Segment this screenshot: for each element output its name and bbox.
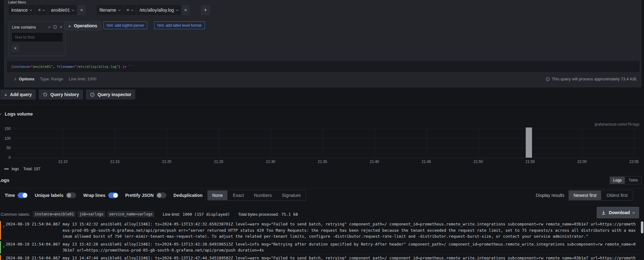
- common-label-badge: job=varlogs: [78, 211, 105, 217]
- info-circle-icon: [90, 92, 95, 97]
- info-icon[interactable]: [53, 25, 57, 29]
- chevron-down-icon: [176, 8, 178, 11]
- log-row[interactable]: 2024-08-19 21:54:04.867may 13 15:42:32 a…: [0, 220, 641, 240]
- logs-volume-bar[interactable]: [526, 127, 532, 158]
- dedup-options: NoneExactNumbersSignature: [207, 190, 306, 201]
- x-axis-tick-label: 21:45: [418, 160, 434, 164]
- line-contains-add-button[interactable]: +: [12, 44, 19, 52]
- filter-value-select[interactable]: ansible01: [48, 5, 77, 15]
- bytes-processed-label: Total bytes processed:: [238, 212, 279, 217]
- gridline: [63, 129, 63, 158]
- add-label-filter-button[interactable]: +: [201, 5, 210, 15]
- log-message: may 13 15:42:28 ansible01 alloy[1346]: t…: [63, 241, 636, 253]
- tab-logs[interactable]: Logs: [610, 177, 625, 184]
- log-timestamp: 2024-08-19 21:54:04.867: [6, 221, 61, 227]
- history-icon: [43, 92, 48, 97]
- toggle-prettify-json[interactable]: [156, 192, 166, 198]
- gridline: [13, 129, 641, 129]
- chevron-down-icon: [131, 8, 133, 11]
- query-inspector-label: Query inspector: [98, 92, 131, 97]
- operations-button[interactable]: + Operations: [64, 21, 102, 31]
- logs-scrollbar-thumb[interactable]: [641, 221, 643, 233]
- legend-series-name[interactable]: logs: [12, 167, 19, 171]
- query-token: "ansible01": [31, 65, 53, 68]
- filter-operator-select[interactable]: =: [124, 5, 136, 15]
- line-contains-title: Line contains: [12, 25, 36, 30]
- query-hints: hint: add logfmt parserhint: add label l…: [104, 21, 205, 29]
- toggle-label: Time: [5, 193, 15, 198]
- toggle-wrap-lines[interactable]: ✓: [108, 192, 118, 198]
- toggle-label: Wrap lines: [83, 193, 105, 198]
- gridline: [634, 129, 634, 158]
- chevron-right-icon: [14, 78, 16, 80]
- filter-label-select[interactable]: filename: [97, 5, 123, 15]
- logs-volume-collapse-icon[interactable]: [0, 112, 2, 115]
- chevron-down-icon: [632, 211, 635, 213]
- dedup-option-signature[interactable]: Signature: [277, 191, 305, 200]
- sort-option-newest-first[interactable]: Newest first: [569, 191, 601, 200]
- query-hint-button[interactable]: hint: add logfmt parser: [104, 21, 147, 29]
- query-inspector-button[interactable]: Query inspector: [86, 89, 135, 100]
- log-rows: 2024-08-19 21:54:04.867may 13 15:42:32 a…: [0, 220, 641, 260]
- filter-label-select[interactable]: instance: [8, 5, 35, 15]
- gridline: [426, 129, 427, 158]
- query-preview-box[interactable]: {instance="ansible01", filename="/etc/al…: [7, 61, 640, 73]
- log-message: may 13 15:42:32 ansible01 alloy[1346]: t…: [63, 221, 636, 240]
- common-labels-label: Common labels:: [1, 212, 30, 217]
- sort-option-oldest-first[interactable]: Oldest first: [602, 191, 632, 200]
- plus-icon: +: [4, 92, 7, 97]
- query-hint-button[interactable]: hint: add label level format: [154, 21, 204, 29]
- chevron-right-icon[interactable]: [1, 221, 6, 229]
- query-type-label: Type: Range: [40, 77, 63, 81]
- tab-table[interactable]: Table: [625, 177, 641, 184]
- gridline: [478, 129, 479, 158]
- toggle-label: Prettify JSON: [125, 193, 154, 198]
- x-axis-tick-label: 21:40: [367, 160, 382, 164]
- filter-value-select[interactable]: /etc/alloy/alloy.log: [137, 5, 181, 15]
- filter-label-select-text: instance: [11, 8, 28, 13]
- chevron-right-icon[interactable]: [1, 255, 6, 260]
- remove-filter-button[interactable]: ×: [182, 5, 190, 15]
- chevron-down-icon: [42, 8, 45, 11]
- line-contains-input[interactable]: [12, 32, 63, 42]
- label-filters-title: Label filters: [8, 0, 26, 4]
- gridline: [13, 158, 641, 158]
- log-row[interactable]: 2024-08-19 21:54:04.867may 13 14:47:44 a…: [0, 254, 641, 260]
- gridline: [13, 138, 641, 139]
- remove-filter-button[interactable]: ×: [77, 5, 86, 15]
- explore-toolbar: + Add query Query history Query inspecto…: [0, 89, 135, 100]
- y-axis-tick-label: 150: [0, 127, 11, 131]
- x-axis-tick-label: 21:10: [55, 160, 71, 164]
- toggle-time[interactable]: ✓: [18, 192, 28, 198]
- toggle-unique-labels[interactable]: [66, 192, 76, 198]
- options-toggle-label: Options: [19, 77, 34, 81]
- filter-operator-select[interactable]: =: [35, 5, 48, 15]
- query-token: filename: [57, 65, 73, 68]
- dedup-option-none[interactable]: None: [208, 191, 227, 200]
- common-labels-badges: instance=ansible01job=varlogsservice_nam…: [33, 211, 154, 217]
- logs-volume-title[interactable]: Logs volume: [5, 111, 33, 116]
- query-options-row[interactable]: Options Type: Range Line limit: 1000: [14, 77, 96, 81]
- logs-controls-left: Time✓Unique labelsWrap lines✓Prettify JS…: [5, 190, 306, 201]
- x-axis-tick-label: 22:05: [626, 160, 641, 164]
- gridline: [219, 129, 219, 158]
- switch-knob: [67, 193, 71, 198]
- download-button[interactable]: Download: [597, 207, 639, 218]
- log-row[interactable]: 2024-08-19 21:54:04.867may 13 15:42:28 a…: [0, 240, 641, 254]
- chevron-down-icon[interactable]: [48, 25, 51, 28]
- x-axis-tick-label: 21:55: [522, 160, 538, 164]
- x-axis-tick-label: 21:20: [159, 160, 175, 164]
- gridline: [374, 129, 375, 158]
- dedup-option-exact[interactable]: Exact: [228, 191, 249, 200]
- gridline: [115, 129, 115, 158]
- dedup-option-numbers[interactable]: Numbers: [249, 191, 277, 200]
- label-filter: filename=/etc/alloy/alloy.log×: [97, 5, 190, 15]
- label-filters-row: instance=ansible01×filename=/etc/alloy/a…: [8, 5, 210, 15]
- query-token: instance: [13, 65, 29, 68]
- add-query-button[interactable]: + Add query: [0, 89, 36, 100]
- query-history-button[interactable]: Query history: [39, 89, 83, 100]
- switch-knob: [157, 193, 161, 198]
- chevron-right-icon[interactable]: [1, 241, 6, 249]
- close-icon[interactable]: ×: [60, 24, 62, 30]
- query-token: ,: [53, 65, 57, 68]
